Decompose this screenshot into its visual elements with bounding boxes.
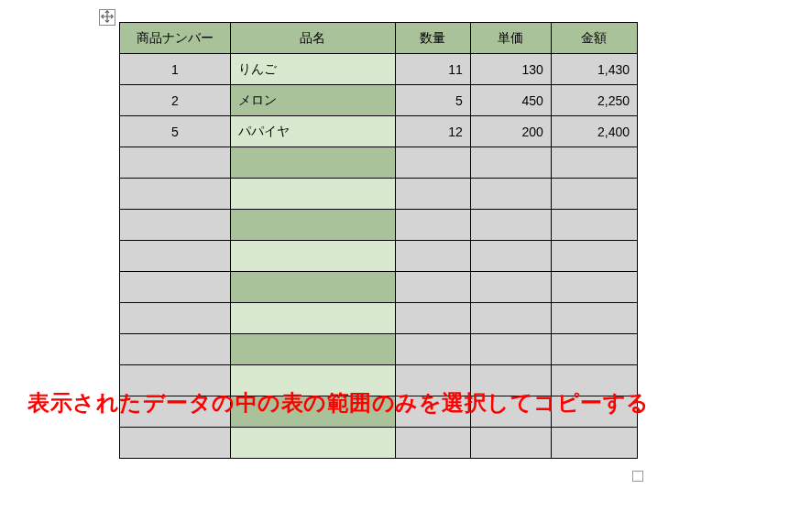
cell-num[interactable] bbox=[120, 396, 231, 428]
cell-unit[interactable] bbox=[470, 365, 551, 396]
col-header-name[interactable]: 品名 bbox=[230, 23, 395, 54]
table-row[interactable] bbox=[120, 303, 638, 334]
table-row[interactable] bbox=[120, 365, 638, 396]
cell-name[interactable] bbox=[230, 147, 395, 179]
cell-qty[interactable]: 5 bbox=[395, 85, 470, 116]
col-header-unit[interactable]: 単価 bbox=[470, 23, 551, 54]
cell-num[interactable] bbox=[120, 179, 231, 210]
cell-name[interactable] bbox=[230, 210, 395, 241]
move-handle[interactable] bbox=[99, 9, 115, 26]
cell-amt[interactable] bbox=[551, 396, 637, 428]
col-header-qty[interactable]: 数量 bbox=[395, 23, 470, 54]
cell-amt[interactable] bbox=[551, 303, 637, 334]
cell-num[interactable] bbox=[120, 365, 231, 396]
cell-unit[interactable]: 130 bbox=[470, 54, 551, 85]
cell-qty[interactable] bbox=[395, 179, 470, 210]
table-row[interactable] bbox=[120, 210, 638, 241]
cell-qty[interactable] bbox=[395, 303, 470, 334]
cell-qty[interactable]: 11 bbox=[395, 54, 470, 85]
cell-amt[interactable] bbox=[551, 241, 637, 272]
cell-name[interactable]: パパイヤ bbox=[230, 116, 395, 147]
cell-qty[interactable] bbox=[395, 334, 470, 365]
cell-amt[interactable] bbox=[551, 334, 637, 365]
cell-amt[interactable] bbox=[551, 428, 637, 459]
cell-name[interactable] bbox=[230, 396, 395, 428]
cell-num[interactable] bbox=[120, 272, 231, 303]
cell-amt[interactable] bbox=[551, 210, 637, 241]
cell-name[interactable] bbox=[230, 428, 395, 459]
data-table[interactable]: 商品ナンバー 品名 数量 単価 金額 1りんご111301,4302メロン545… bbox=[119, 22, 638, 459]
cell-name[interactable] bbox=[230, 303, 395, 334]
table-row[interactable]: 5パパイヤ122002,400 bbox=[120, 116, 638, 147]
header-row: 商品ナンバー 品名 数量 単価 金額 bbox=[120, 23, 638, 54]
col-header-amt[interactable]: 金額 bbox=[551, 23, 637, 54]
cell-name[interactable] bbox=[230, 334, 395, 365]
cell-qty[interactable] bbox=[395, 428, 470, 459]
cell-unit[interactable] bbox=[470, 272, 551, 303]
cell-qty[interactable] bbox=[395, 241, 470, 272]
cell-qty[interactable] bbox=[395, 210, 470, 241]
table-row[interactable] bbox=[120, 241, 638, 272]
cell-num[interactable] bbox=[120, 334, 231, 365]
table-row[interactable] bbox=[120, 147, 638, 179]
cell-amt[interactable]: 1,430 bbox=[551, 54, 637, 85]
cell-name[interactable]: りんご bbox=[230, 54, 395, 85]
cell-unit[interactable] bbox=[470, 428, 551, 459]
cell-unit[interactable] bbox=[470, 210, 551, 241]
cell-unit[interactable]: 200 bbox=[470, 116, 551, 147]
cell-num[interactable] bbox=[120, 241, 231, 272]
table-row[interactable] bbox=[120, 428, 638, 459]
cell-qty[interactable]: 12 bbox=[395, 116, 470, 147]
cell-amt[interactable]: 2,250 bbox=[551, 85, 637, 116]
table-row[interactable]: 1りんご111301,430 bbox=[120, 54, 638, 85]
cell-amt[interactable] bbox=[551, 272, 637, 303]
table-row[interactable] bbox=[120, 334, 638, 365]
data-table-wrap: 商品ナンバー 品名 数量 単価 金額 1りんご111301,4302メロン545… bbox=[119, 22, 638, 459]
col-header-num[interactable]: 商品ナンバー bbox=[120, 23, 231, 54]
move-icon bbox=[101, 10, 114, 26]
cell-num[interactable] bbox=[120, 147, 231, 179]
cell-unit[interactable] bbox=[470, 241, 551, 272]
cell-num[interactable]: 5 bbox=[120, 116, 231, 147]
cell-amt[interactable] bbox=[551, 365, 637, 396]
cell-num[interactable]: 2 bbox=[120, 85, 231, 116]
cell-amt[interactable] bbox=[551, 147, 637, 179]
cell-qty[interactable] bbox=[395, 365, 470, 396]
resize-handle[interactable] bbox=[632, 471, 643, 482]
cell-amt[interactable] bbox=[551, 179, 637, 210]
cell-amt[interactable]: 2,400 bbox=[551, 116, 637, 147]
cell-name[interactable] bbox=[230, 241, 395, 272]
cell-qty[interactable] bbox=[395, 147, 470, 179]
cell-unit[interactable] bbox=[470, 396, 551, 428]
table-row[interactable] bbox=[120, 272, 638, 303]
cell-num[interactable] bbox=[120, 210, 231, 241]
cell-num[interactable]: 1 bbox=[120, 54, 231, 85]
cell-num[interactable] bbox=[120, 303, 231, 334]
table-row[interactable] bbox=[120, 396, 638, 428]
table-body: 1りんご111301,4302メロン54502,2505パパイヤ122002,4… bbox=[120, 54, 638, 459]
cell-num[interactable] bbox=[120, 428, 231, 459]
cell-name[interactable] bbox=[230, 272, 395, 303]
table-row[interactable] bbox=[120, 179, 638, 210]
cell-unit[interactable] bbox=[470, 303, 551, 334]
cell-unit[interactable] bbox=[470, 334, 551, 365]
cell-name[interactable]: メロン bbox=[230, 85, 395, 116]
cell-unit[interactable] bbox=[470, 179, 551, 210]
cell-unit[interactable] bbox=[470, 147, 551, 179]
cell-name[interactable] bbox=[230, 179, 395, 210]
cell-unit[interactable]: 450 bbox=[470, 85, 551, 116]
cell-qty[interactable] bbox=[395, 272, 470, 303]
table-row[interactable]: 2メロン54502,250 bbox=[120, 85, 638, 116]
cell-name[interactable] bbox=[230, 365, 395, 396]
cell-qty[interactable] bbox=[395, 396, 470, 428]
